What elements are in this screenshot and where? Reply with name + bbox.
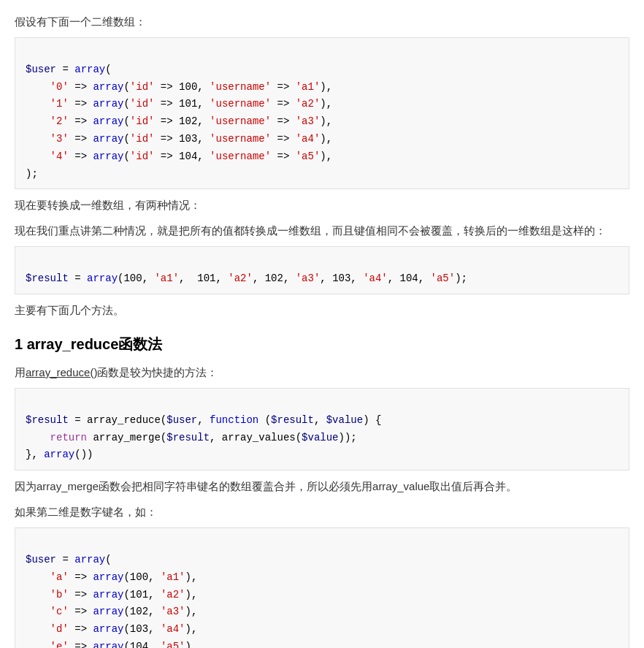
intro-text2: 现在要转换成一维数组，有两种情况： <box>15 195 629 215</box>
code-block-1: $user = array( '0' => array('id' => 100,… <box>15 37 629 189</box>
code-block-4: $user = array( 'a' => array(100, 'a1'), … <box>15 527 629 648</box>
intro-text1: 假设有下面一个二维数组： <box>15 12 629 31</box>
intro-text4: 主要有下面几个方法。 <box>15 300 629 320</box>
section1-heading: 1 array_reduce函数法 <box>15 332 629 357</box>
section1-note1: 因为array_merge函数会把相同字符串键名的数组覆盖合并，所以必须先用ar… <box>15 476 629 496</box>
intro-text3: 现在我们重点讲第二种情况，就是把所有的值都转换成一维数组，而且键值相同不会被覆盖… <box>15 221 629 240</box>
section1-desc: 用array_reduce()函数是较为快捷的方法： <box>15 362 629 382</box>
code-block-2: $result = array(100, 'a1', 101, 'a2', 10… <box>15 246 629 294</box>
code-block-3: $result = array_reduce($user, function (… <box>15 388 629 470</box>
section1-note2: 如果第二维是数字键名，如： <box>15 502 629 522</box>
